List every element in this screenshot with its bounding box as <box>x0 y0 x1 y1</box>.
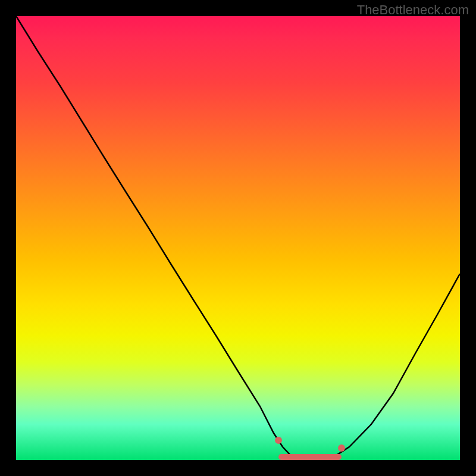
svg-point-0 <box>275 437 282 444</box>
bottleneck-curve <box>16 16 460 460</box>
svg-rect-1 <box>278 454 342 460</box>
chart-svg <box>16 16 460 460</box>
watermark-text: TheBottleneck.com <box>357 2 469 18</box>
svg-point-2 <box>338 444 345 452</box>
optimal-range-marker <box>275 437 345 460</box>
chart-plot-area <box>16 16 460 460</box>
